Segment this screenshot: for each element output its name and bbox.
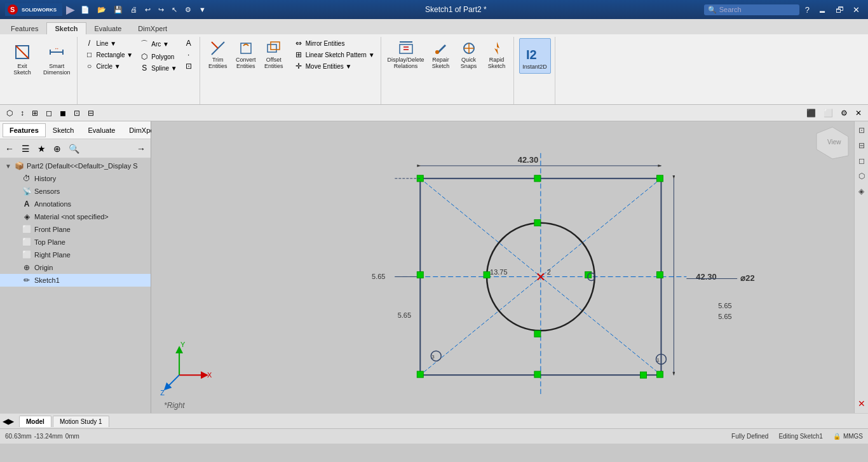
- arc-btn[interactable]: ⌒ Arc ▼: [137, 38, 179, 50]
- rp-prop-btn[interactable]: ⊡: [857, 124, 866, 137]
- sidebar-forward-btn[interactable]: →: [134, 142, 148, 155]
- search-bar[interactable]: 🔍: [704, 4, 799, 15]
- view-settings-btn[interactable]: ⚙: [838, 107, 850, 119]
- constr-geom-btn[interactable]: ⊡: [182, 61, 196, 71]
- close-btn[interactable]: ✕: [850, 4, 863, 16]
- svg-text:5.65: 5.65: [718, 313, 731, 320]
- svg-text:Y: Y: [180, 341, 186, 348]
- tab-features-tree[interactable]: Features: [3, 123, 46, 137]
- repair-sketch-btn[interactable]: RepairSketch: [428, 38, 454, 71]
- qa-print[interactable]: 🖨: [128, 4, 139, 15]
- sidebar-search-btn[interactable]: 🔍: [66, 142, 82, 155]
- tab-motion-study[interactable]: Motion Study 1: [53, 416, 109, 427]
- view-cube[interactable]: View: [813, 124, 851, 162]
- tree-item-history[interactable]: ⏱ History: [0, 172, 151, 185]
- view-tabs: Features Sketch Evaluate DimXpert ▶: [0, 121, 151, 139]
- display-delete-btn[interactable]: Display/DeleteRelations: [386, 38, 426, 71]
- move-icon: ✛: [294, 62, 304, 71]
- mirror-entities-btn[interactable]: ⇔ Mirror Entities: [292, 38, 377, 48]
- view-orient-btn[interactable]: ⬡: [4, 107, 15, 119]
- status-mode-text: Editing Sketch1: [778, 433, 823, 440]
- restore-btn[interactable]: 🗗: [832, 4, 847, 16]
- rp-render-btn[interactable]: ⬡: [857, 170, 866, 182]
- sidebar-add-btn[interactable]: ⊕: [51, 142, 64, 155]
- tree-item-top-plane[interactable]: ⬜ Top Plane: [0, 236, 151, 248]
- qa-new[interactable]: 📄: [79, 4, 92, 15]
- linear-pattern-btn[interactable]: ⊞ Linear Sketch Pattern ▼: [292, 50, 377, 60]
- tab-evaluate[interactable]: Evaluate: [86, 22, 130, 34]
- svg-line-11: [212, 42, 218, 48]
- instant2d-btn[interactable]: I2 Instant2D: [519, 38, 551, 74]
- spline-btn[interactable]: S Spline ▼: [137, 63, 179, 73]
- rp-select-btn[interactable]: ⊟: [857, 139, 866, 152]
- display-delete-icon: [397, 39, 415, 57]
- close-toolbar-btn[interactable]: ✕: [853, 107, 864, 119]
- expand-btn[interactable]: ▶: [66, 3, 75, 17]
- sidebar-fav-btn[interactable]: ★: [35, 142, 48, 155]
- instant2d-icon: I2: [524, 41, 546, 64]
- qa-select[interactable]: ↖: [170, 4, 179, 15]
- svg-text:42.30: 42.30: [696, 272, 716, 282]
- rect-btn[interactable]: □ Rectangle ▼: [83, 50, 135, 60]
- tab-sketch[interactable]: Sketch: [46, 22, 86, 34]
- line-label: Line ▼: [97, 40, 117, 47]
- search-input[interactable]: [719, 6, 796, 13]
- tab-model[interactable]: Model: [19, 416, 51, 427]
- move-entities-btn[interactable]: ✛ Move Entities ▼: [292, 61, 377, 71]
- offset-entities-btn[interactable]: OffsetEntities: [261, 38, 287, 71]
- canvas-area[interactable]: Draw the center circle with a diameter o…: [151, 121, 854, 413]
- view-hidden-btn[interactable]: ⊡: [71, 107, 83, 119]
- view-arrows-btn[interactable]: ↕: [18, 107, 27, 119]
- point-btn[interactable]: ·: [182, 50, 196, 60]
- view-display-btn[interactable]: ◻: [43, 107, 55, 119]
- tree-item-right-plane[interactable]: ⬜ Right Plane: [0, 248, 151, 261]
- view-persp-btn[interactable]: ⊟: [85, 107, 97, 119]
- view-shading-btn[interactable]: ◼: [57, 107, 69, 119]
- sketch-svg[interactable]: Y X Z: [151, 121, 854, 413]
- help-btn[interactable]: ?: [802, 4, 813, 16]
- sidebar-back-btn[interactable]: ←: [3, 142, 17, 155]
- qa-undo[interactable]: ↩: [143, 4, 153, 15]
- quick-snaps-btn[interactable]: QuickSnaps: [456, 38, 482, 71]
- rp-display-btn[interactable]: ◻: [857, 154, 866, 167]
- polygon-btn[interactable]: ⬡ Polygon: [137, 51, 179, 62]
- sidebar-toolbar: ← ☰ ★ ⊕ 🔍 →: [0, 139, 151, 158]
- tree-expand-part2[interactable]: ▼: [5, 163, 13, 170]
- smart-dim-icon: ↔: [45, 41, 68, 64]
- view-wireframe-btn[interactable]: ⬜: [821, 107, 836, 119]
- rp-appear-btn[interactable]: ◈: [857, 185, 865, 198]
- tree-item-front-plane[interactable]: ⬜ Front Plane: [0, 223, 151, 236]
- tab-dimxpert[interactable]: DimXpert: [130, 22, 175, 34]
- convert-entities-btn[interactable]: ConvertEntities: [233, 38, 259, 71]
- text-btn[interactable]: A: [182, 38, 196, 48]
- view-3d-btn[interactable]: ⬛: [804, 107, 818, 119]
- exit-sketch-btn[interactable]: ExitSketch: [6, 38, 38, 79]
- minimize-btn[interactable]: 🗕: [815, 4, 830, 16]
- sidebar-list-btn[interactable]: ☰: [19, 142, 32, 155]
- line-btn[interactable]: / Line ▼: [83, 38, 135, 48]
- tab-prev-btn[interactable]: ◀: [3, 417, 8, 426]
- tab-sketch-tree[interactable]: Sketch: [46, 123, 81, 137]
- rapid-sketch-btn[interactable]: RapidSketch: [484, 38, 510, 71]
- tab-evaluate-tree[interactable]: Evaluate: [81, 123, 123, 137]
- qa-redo[interactable]: ↪: [156, 4, 166, 15]
- tree-item-annotations[interactable]: A Annotations: [0, 198, 151, 210]
- trim-entities-btn[interactable]: TrimEntities: [205, 38, 231, 71]
- qa-options[interactable]: ▼: [197, 4, 208, 15]
- tree-item-sketch1[interactable]: ✏ Sketch1: [0, 274, 151, 287]
- circle-btn[interactable]: ○ Circle ▼: [83, 61, 135, 71]
- smart-dimension-btn[interactable]: ↔ SmartDimension: [41, 38, 73, 79]
- tree-item-origin[interactable]: ⊕ Origin: [0, 261, 151, 274]
- view-section-btn[interactable]: ⊞: [29, 107, 41, 119]
- rp-close-btn[interactable]: ✕: [857, 397, 867, 411]
- tree-item-part2[interactable]: ▼ 📦 Part2 (Default<<Default>_Display S: [0, 160, 151, 172]
- tree-item-material[interactable]: ◈ Material <not specified>: [0, 210, 151, 223]
- tree-item-sensors[interactable]: 📡 Sensors: [0, 185, 151, 198]
- tab-features[interactable]: Features: [3, 22, 46, 34]
- tab-next-btn[interactable]: ▶: [8, 417, 14, 426]
- tree-expand-front-plane: [13, 226, 20, 233]
- qa-open[interactable]: 📂: [95, 4, 108, 15]
- qa-rebuild[interactable]: ⚙: [183, 4, 193, 15]
- titlebar-right: 🔍 ? 🗕 🗗 ✕: [704, 4, 863, 16]
- qa-save[interactable]: 💾: [112, 4, 125, 15]
